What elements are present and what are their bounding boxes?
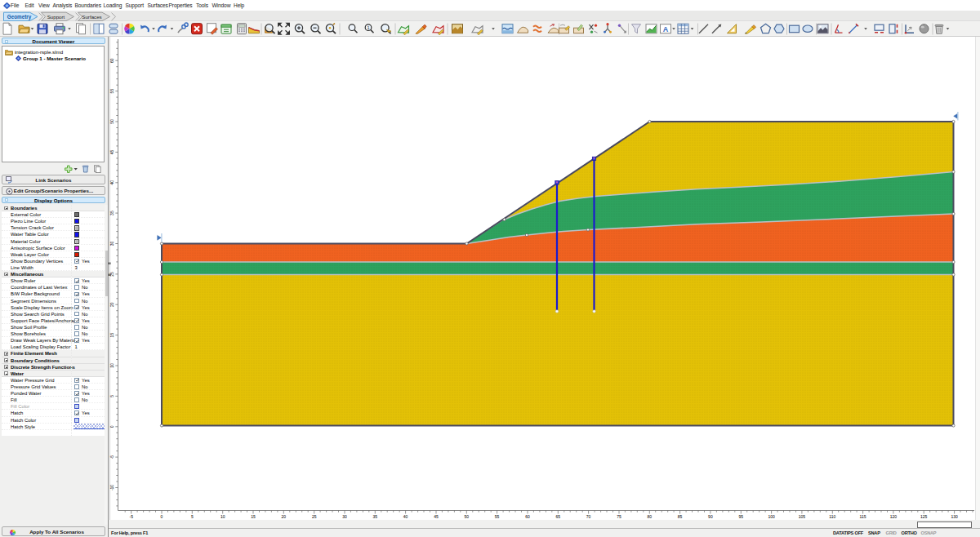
svg-text:45: 45 [109,149,114,154]
svg-text:Surfaces: Surfaces [82,14,101,20]
svg-text:20: 20 [282,514,287,519]
svg-text:45: 45 [434,514,439,519]
svg-text:50: 50 [109,119,114,124]
svg-text:120: 120 [890,514,898,519]
svg-text:25: 25 [109,272,114,277]
svg-text:100: 100 [768,514,775,519]
svg-text:125: 125 [920,514,928,519]
svg-text:10: 10 [109,363,114,368]
svg-text:130: 130 [951,514,958,519]
svg-text:Support: Support [47,14,65,20]
svg-text:-10: -10 [109,485,114,490]
svg-text:70: 70 [586,514,591,519]
svg-text:110: 110 [829,514,835,519]
svg-text:-5: -5 [129,514,133,519]
svg-text:40: 40 [403,514,408,519]
svg-text:35: 35 [109,211,114,215]
svg-text:0: 0 [161,514,163,519]
svg-text:35: 35 [373,514,378,519]
svg-text:50: 50 [465,514,470,519]
svg-text:90: 90 [708,514,713,519]
svg-text:85: 85 [678,514,683,519]
svg-text:105: 105 [799,514,806,519]
svg-text:55: 55 [495,514,500,519]
svg-text:65: 65 [556,514,561,519]
svg-text:115: 115 [860,514,866,519]
svg-text:95: 95 [739,514,744,519]
svg-text:40: 40 [109,180,114,185]
svg-text:55: 55 [109,89,114,94]
svg-text:30: 30 [342,514,347,519]
svg-text:60: 60 [109,58,114,63]
svg-text:5: 5 [191,514,194,519]
svg-text:5: 5 [109,395,114,397]
svg-text:80: 80 [648,514,653,519]
svg-text:15: 15 [251,514,256,519]
svg-text:25: 25 [312,514,317,519]
svg-text:20: 20 [109,302,114,307]
svg-text:Geometry: Geometry [7,14,32,20]
svg-text:0: 0 [109,425,114,428]
svg-text:10: 10 [220,514,225,519]
svg-text:15: 15 [109,333,114,338]
svg-text:60: 60 [525,514,530,519]
svg-text:-5: -5 [109,455,114,459]
svg-text:30: 30 [109,242,114,246]
svg-text:1: 1 [367,25,369,30]
svg-text:A: A [663,25,669,33]
svg-text:75: 75 [617,514,621,519]
